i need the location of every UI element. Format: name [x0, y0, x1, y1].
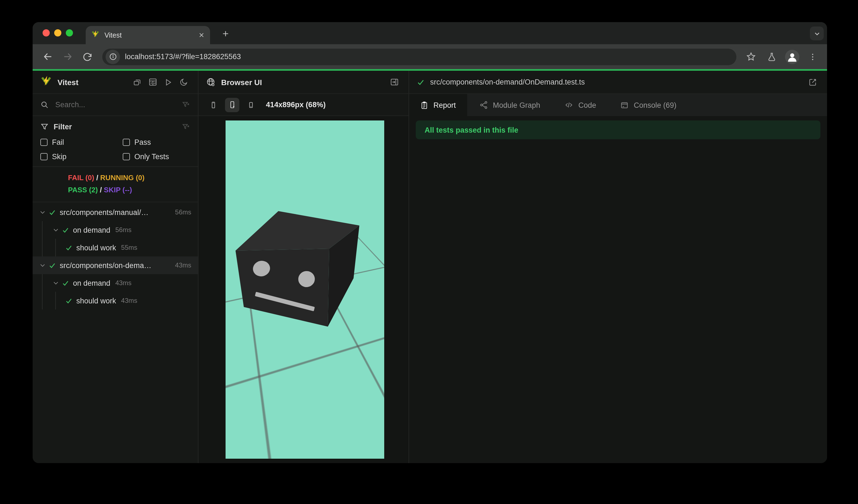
- reload-button[interactable]: [79, 48, 96, 65]
- address-bar[interactable]: localhost:5173/#/?file=1828625563: [102, 48, 736, 65]
- clipboard-icon: [420, 101, 428, 109]
- chevron-down-icon[interactable]: [52, 227, 59, 233]
- filter-funnel-icon: [41, 123, 49, 131]
- test-file-row-selected[interactable]: src/components/on-dema… 43ms: [33, 256, 198, 274]
- filter-checkbox-pass[interactable]: Pass: [123, 138, 190, 146]
- duration-badge: 55ms: [121, 244, 137, 251]
- report-header: src/components/on-demand/OnDemand.test.t…: [409, 71, 827, 94]
- collapse-panels-icon[interactable]: [130, 76, 144, 89]
- browser-ui-title: Browser UI: [221, 78, 262, 86]
- pass-count: PASS (2): [68, 186, 98, 194]
- app-title: Vitest: [58, 78, 79, 86]
- test-tree: src/components/manual/… 56ms on demand: [33, 202, 198, 463]
- globe-icon: [206, 77, 216, 87]
- test-suite-row[interactable]: on demand 43ms: [33, 274, 198, 292]
- experiments-flask-icon[interactable]: [764, 49, 779, 64]
- chevron-down-icon[interactable]: [39, 262, 46, 269]
- filter-checkbox-skip[interactable]: Skip: [41, 152, 123, 161]
- duration-badge: 43ms: [115, 279, 131, 287]
- tested-app-iframe[interactable]: [225, 120, 384, 459]
- duration-badge: 43ms: [121, 297, 137, 305]
- device-phone-home-icon[interactable]: [244, 98, 258, 112]
- report-tabs: Report Module Graph Code: [409, 94, 827, 116]
- tab-search-button[interactable]: [810, 27, 824, 40]
- dark-mode-moon-icon[interactable]: [177, 76, 190, 89]
- screenshot-stage: Vitest: [0, 0, 858, 504]
- duration-badge: 56ms: [175, 208, 191, 216]
- duration-badge: 43ms: [175, 261, 191, 269]
- tab-report[interactable]: Report: [409, 94, 467, 116]
- device-toolbar: 414x896px (68%): [198, 94, 409, 116]
- new-tab-button[interactable]: [218, 27, 233, 41]
- checkbox: [41, 139, 48, 146]
- tab-strip: Vitest: [33, 22, 827, 44]
- test-case-row[interactable]: should work 55ms: [33, 239, 198, 256]
- browser-ui-header: Browser UI: [198, 71, 409, 94]
- filter-checkbox-only-tests[interactable]: Only Tests: [123, 152, 190, 161]
- vitest-ui: Vitest: [33, 71, 827, 463]
- tab-close-icon[interactable]: [198, 30, 205, 40]
- tab-module-graph[interactable]: Module Graph: [467, 94, 552, 116]
- back-button[interactable]: [39, 48, 56, 65]
- toolbar-actions: [743, 49, 821, 64]
- test-case-row[interactable]: should work 43ms: [33, 292, 198, 309]
- skip-count: SKIP (--): [104, 186, 132, 194]
- checkbox: [123, 139, 130, 146]
- device-phone-plus-icon[interactable]: [225, 98, 239, 112]
- dashboard-icon[interactable]: [146, 76, 159, 89]
- device-phone-small-icon[interactable]: [206, 98, 221, 112]
- all-tests-passed-banner: All tests passed in this file: [416, 120, 821, 139]
- tab-console[interactable]: Console (69): [608, 94, 689, 116]
- url-text: localhost:5173/#/?file=1828625563: [125, 52, 241, 61]
- file-pass-check-icon: [417, 78, 425, 86]
- filter-section: Filter Fail Pass: [33, 116, 198, 167]
- run-all-icon[interactable]: [161, 76, 175, 89]
- clear-filters-icon[interactable]: [182, 123, 190, 131]
- fail-count: FAIL (0): [68, 174, 94, 182]
- search-input[interactable]: [54, 100, 182, 110]
- module-graph-icon: [479, 101, 488, 110]
- robot-cube-graphic: [225, 120, 384, 459]
- pass-check-icon: [65, 244, 73, 251]
- test-file-path: src/components/on-demand/OnDemand.test.t…: [430, 78, 585, 86]
- test-suite-row[interactable]: on demand 56ms: [33, 221, 198, 239]
- browser-window: Vitest: [33, 22, 827, 463]
- site-info-icon[interactable]: [106, 49, 120, 64]
- checkbox: [41, 153, 48, 160]
- checkbox: [123, 153, 130, 160]
- filter-checkbox-fail[interactable]: Fail: [41, 138, 123, 146]
- running-count: RUNNING (0): [100, 174, 145, 182]
- chevron-down-icon[interactable]: [52, 280, 59, 286]
- maximize-window-button[interactable]: [66, 29, 73, 36]
- close-window-button[interactable]: [43, 29, 50, 36]
- minimize-window-button[interactable]: [54, 29, 61, 36]
- test-file-row[interactable]: src/components/manual/… 56ms: [33, 204, 198, 221]
- report-panel: src/components/on-demand/OnDemand.test.t…: [409, 71, 827, 463]
- sidebar: Vitest: [33, 71, 198, 463]
- test-summary: FAIL (0) / RUNNING (0) PASS (2) / SKIP (…: [33, 167, 198, 202]
- search-icon: [41, 101, 49, 109]
- filter-title: Filter: [54, 123, 182, 131]
- pass-check-icon: [62, 279, 69, 287]
- traffic-lights: [43, 29, 73, 36]
- forward-button[interactable]: [59, 48, 76, 65]
- open-panel-right-icon[interactable]: [387, 76, 401, 89]
- summary-line-1: FAIL (0) / RUNNING (0): [68, 172, 198, 184]
- menu-kebab-icon[interactable]: [805, 49, 821, 64]
- bookmark-star-icon[interactable]: [743, 49, 759, 64]
- open-external-icon[interactable]: [806, 76, 819, 89]
- pass-check-icon: [49, 209, 56, 216]
- profile-avatar[interactable]: [785, 49, 799, 64]
- tab-code[interactable]: Code: [552, 94, 608, 116]
- chevron-down-icon[interactable]: [39, 209, 46, 215]
- pass-check-icon: [62, 226, 69, 233]
- search-row: [33, 94, 198, 116]
- viewport-size-label: 414x896px (68%): [266, 101, 325, 109]
- clear-search-filter-icon[interactable]: [182, 101, 190, 109]
- pass-check-icon: [65, 297, 73, 304]
- code-icon: [565, 101, 573, 110]
- vitest-logo: [41, 75, 52, 89]
- browser-tab[interactable]: Vitest: [86, 26, 210, 44]
- sidebar-header: Vitest: [33, 71, 198, 94]
- tab-title: Vitest: [105, 31, 198, 39]
